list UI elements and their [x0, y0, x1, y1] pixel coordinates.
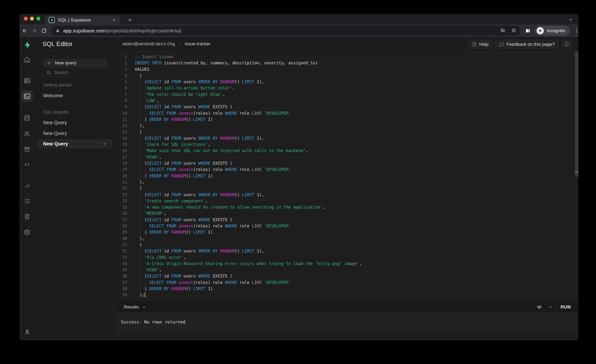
code-line[interactable]: 15 'Check for SQL injections',: [117, 141, 578, 148]
tab-close-icon[interactable]: [111, 17, 117, 23]
code-line-content: 'A new component should be created to al…: [135, 204, 325, 210]
code-line[interactable]: 10 SELECT FROM unnest(roles) role WHERE …: [117, 110, 578, 116]
search-input[interactable]: [54, 70, 104, 75]
back-button[interactable]: [20, 26, 30, 36]
sidebar-section-label: Getting started: [43, 83, 116, 88]
chevron-down-icon[interactable]: [102, 141, 107, 146]
editor-scrollbar[interactable]: [575, 52, 578, 301]
code-line[interactable]: 20 ) ORDER BY RANDOM() LIMIT 1): [117, 173, 578, 179]
rail-item-reports[interactable]: [22, 181, 32, 190]
help-button[interactable]: Help: [468, 40, 492, 49]
code-line[interactable]: 30 ),: [117, 236, 578, 242]
forward-button[interactable]: [30, 26, 39, 36]
code-line[interactable]: 16 'Make sure that SQL can not be inject…: [117, 148, 578, 154]
code-line[interactable]: 26 'MEDIUM',: [117, 210, 578, 216]
code-line[interactable]: 18 (SELECT id FROM users WHERE EXISTS (: [117, 160, 578, 166]
run-button[interactable]: RUN: [559, 305, 572, 310]
code-line[interactable]: 3VALUES: [117, 66, 578, 73]
rail-item-table-editor[interactable]: [22, 76, 32, 85]
code-line[interactable]: 1-- Insert issues: [117, 54, 578, 60]
code-line[interactable]: 29 ) ORDER BY RANDOM() LIMIT 1): [117, 229, 578, 235]
rail-item-database[interactable]: [22, 113, 32, 123]
browser-menu-kebab-icon[interactable]: [574, 28, 578, 34]
code-line-content: (SELECT id FROM users WHERE EXISTS (: [135, 217, 232, 223]
rail-item-logs[interactable]: [22, 196, 32, 206]
code-line[interactable]: 12 ),: [117, 123, 578, 129]
code-line[interactable]: 14 (SELECT id FROM users ORDER BY RANDOM…: [117, 135, 578, 141]
notifications-button[interactable]: [561, 40, 572, 49]
results-label[interactable]: Results: [124, 305, 139, 310]
new-query-button[interactable]: New query: [43, 59, 107, 67]
code-line-content: 'A Cross Origin Resource Sharing error o…: [135, 260, 362, 267]
code-line[interactable]: 34 'A Cross Origin Resource Sharing erro…: [117, 260, 578, 267]
line-number: 3: [117, 66, 127, 73]
code-line[interactable]: 38 ) ORDER BY RANDOM() LIMIT 1): [117, 286, 578, 292]
code-line[interactable]: 5 (SELECT id FROM users ORDER BY RANDOM(…: [117, 79, 578, 85]
eye-off-icon[interactable]: [500, 28, 505, 34]
sidebar-item-welcome[interactable]: Welcome: [43, 93, 116, 98]
results-chevron-down-icon[interactable]: [142, 305, 146, 309]
breadcrumb-org[interactable]: adam@windmill.dev's Org: [122, 41, 175, 46]
rail-item-settings[interactable]: [22, 227, 32, 237]
browser-tab[interactable]: SQL | Supabase: [45, 16, 120, 24]
line-number: 4: [117, 73, 127, 79]
account-icon[interactable]: [23, 327, 32, 337]
code-line[interactable]: 28 SELECT FROM unnest(roles) role WHERE …: [117, 223, 578, 229]
address-bar[interactable]: app.supabase.com/project/azahtnhqohyjerz…: [51, 26, 520, 36]
plus-icon: [47, 60, 52, 65]
code-line[interactable]: 37 SELECT FROM unnest(roles) role WHERE …: [117, 279, 578, 286]
run-options-chevron-icon[interactable]: [548, 305, 553, 309]
code-line-content: 'MEDIUM',: [135, 210, 166, 216]
bookmark-star-icon[interactable]: [511, 28, 516, 34]
code-line[interactable]: 36 (SELECT id FROM users WHERE EXISTS (: [117, 273, 578, 279]
code-line[interactable]: 21 ),: [117, 179, 578, 185]
code-line[interactable]: 13 (: [117, 129, 578, 135]
sidebar-item-new-query[interactable]: New Query: [43, 120, 116, 125]
app-header: SQL Editor adam@windmill.dev's Org / iss…: [35, 37, 578, 52]
favorite-heart-icon[interactable]: [537, 305, 542, 310]
rail-item-docs[interactable]: [22, 212, 32, 221]
traffic-light-zoom-button[interactable]: [37, 17, 40, 21]
sidebar-item-new-query[interactable]: New Query: [43, 131, 116, 136]
tab-search-chevron-icon[interactable]: [567, 16, 574, 23]
breadcrumb-project[interactable]: issue-tracker: [185, 41, 211, 46]
line-number: 6: [117, 85, 127, 91]
code-line[interactable]: 19 SELECT FROM unnest(roles) role WHERE …: [117, 166, 578, 173]
rail-item-edge-functions[interactable]: [22, 160, 32, 169]
code-line[interactable]: 17 'HIGH',: [117, 154, 578, 160]
rail-item-sql-editor[interactable]: [22, 90, 33, 102]
rail-item-auth[interactable]: [22, 129, 32, 138]
code-line[interactable]: 35 'HIGH',: [117, 267, 578, 273]
scrollbar-thumb[interactable]: [575, 52, 578, 177]
traffic-light-close-button[interactable]: [24, 17, 28, 21]
sidebar-item-new-query[interactable]: New Query: [38, 139, 112, 148]
code-line[interactable]: 4 (: [117, 73, 578, 79]
line-number: 20: [117, 173, 127, 179]
sql-code-editor[interactable]: 1-- Insert issues2INSERT INTO issues(cre…: [117, 52, 578, 301]
code-line-content: VALUES: [135, 66, 149, 73]
code-line[interactable]: 6 'Update call-to-action button color',: [117, 85, 578, 91]
code-line[interactable]: 2INSERT INTO issues(created_by, summary,…: [117, 60, 578, 66]
code-line[interactable]: 24 'Create search component',: [117, 198, 578, 204]
code-line[interactable]: 39 );: [117, 292, 578, 298]
code-line[interactable]: 9 (SELECT id FROM users WHERE EXISTS (: [117, 104, 578, 110]
line-number: 14: [117, 135, 127, 141]
feedback-button[interactable]: Feedback on this page?: [495, 40, 559, 49]
code-line[interactable]: 32 (SELECT id FROM users ORDER BY RANDOM…: [117, 248, 578, 254]
traffic-light-minimize-button[interactable]: [30, 17, 34, 21]
reload-button[interactable]: [39, 26, 49, 36]
side-panel-icon[interactable]: [525, 28, 531, 34]
new-tab-button[interactable]: [126, 16, 134, 24]
code-line[interactable]: 27 (SELECT id FROM users WHERE EXISTS (: [117, 217, 578, 223]
supabase-logo-icon[interactable]: [23, 41, 31, 49]
rail-item-storage[interactable]: [22, 144, 32, 154]
code-line[interactable]: 23 (SELECT id FROM users ORDER BY RANDOM…: [117, 192, 578, 198]
code-line[interactable]: 33 'Fix CORS error',: [117, 254, 578, 260]
code-line[interactable]: 8 'LOW',: [117, 97, 578, 104]
code-line[interactable]: 11 ) ORDER BY RANDOM() LIMIT 1): [117, 116, 578, 123]
rail-item-home[interactable]: [22, 55, 32, 64]
code-line[interactable]: 7 'The color should be light blue',: [117, 91, 578, 97]
code-line[interactable]: 22 (: [117, 185, 578, 191]
code-line[interactable]: 25 'A new component should be created to…: [117, 204, 578, 210]
code-line[interactable]: 31 (: [117, 242, 578, 248]
